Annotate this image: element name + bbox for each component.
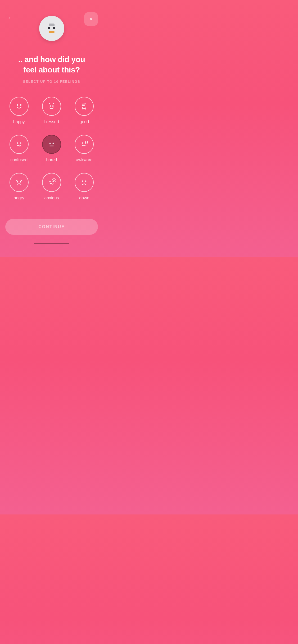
svg-point-7 bbox=[52, 143, 54, 144]
svg-point-14 bbox=[49, 181, 51, 182]
feeling-icon-anxious bbox=[42, 173, 61, 192]
feeling-item-bored[interactable]: bored bbox=[35, 130, 68, 168]
svg-point-3 bbox=[52, 105, 53, 107]
svg-point-13 bbox=[20, 181, 21, 183]
svg-point-6 bbox=[49, 143, 51, 144]
feeling-label-confused: confused bbox=[10, 158, 28, 162]
feeling-icon-confused bbox=[10, 135, 29, 154]
feeling-item-angry[interactable]: angry bbox=[3, 168, 35, 206]
svg-point-9 bbox=[82, 142, 83, 144]
feeling-icon-down bbox=[75, 173, 94, 192]
svg-point-12 bbox=[17, 181, 18, 183]
svg-point-4 bbox=[17, 142, 18, 144]
feeling-label-blessed: blessed bbox=[44, 119, 59, 124]
feeling-item-blessed[interactable]: blessed bbox=[35, 91, 68, 130]
feeling-label-down: down bbox=[79, 196, 89, 200]
feeling-item-anxious[interactable]: anxious bbox=[35, 168, 68, 206]
robot-eye-left bbox=[48, 27, 50, 29]
feeling-item-happy[interactable]: happy bbox=[3, 91, 35, 130]
feeling-icon-awkward bbox=[75, 135, 94, 154]
avatar bbox=[39, 16, 64, 41]
robot-eye-right bbox=[53, 27, 55, 29]
feeling-label-bored: bored bbox=[46, 158, 57, 162]
subtitle-text: SELECT UP TO 10 FEELINGS bbox=[11, 80, 93, 84]
robot-mouth bbox=[49, 31, 55, 33]
continue-section: CONTINUE bbox=[0, 214, 103, 237]
title-section: .. and how did you feel about this? SELE… bbox=[0, 46, 103, 84]
feeling-label-good: good bbox=[80, 119, 89, 124]
feeling-icon-good bbox=[75, 97, 94, 116]
continue-button[interactable]: CONTINUE bbox=[5, 219, 98, 235]
robot-eyes bbox=[48, 27, 55, 29]
robot-top bbox=[49, 24, 55, 26]
svg-point-1 bbox=[20, 104, 21, 106]
feeling-label-anxious: anxious bbox=[44, 196, 59, 200]
back-button[interactable]: ← bbox=[7, 15, 13, 21]
feeling-item-good[interactable]: good bbox=[68, 91, 101, 130]
feeling-icon-blessed bbox=[42, 97, 61, 116]
svg-point-5 bbox=[20, 142, 21, 144]
feeling-label-happy: happy bbox=[13, 119, 25, 124]
avatar-inner bbox=[48, 24, 55, 33]
avatar-container bbox=[39, 16, 64, 41]
feeling-icon-bored bbox=[42, 135, 61, 154]
home-indicator bbox=[34, 243, 69, 244]
feeling-icon-angry bbox=[10, 173, 29, 192]
header: ← × bbox=[0, 0, 103, 46]
svg-point-0 bbox=[17, 104, 18, 106]
feeling-item-confused[interactable]: confused bbox=[3, 130, 35, 168]
robot-face bbox=[48, 27, 55, 33]
page-title: .. and how did you feel about this? bbox=[11, 54, 93, 75]
feeling-label-awkward: awkward bbox=[76, 158, 93, 162]
close-button[interactable]: × bbox=[84, 12, 98, 26]
feelings-grid: happy blessed good confused bored awkwar bbox=[0, 84, 103, 208]
feeling-label-angry: angry bbox=[14, 196, 24, 200]
svg-point-17 bbox=[82, 181, 83, 182]
svg-point-2 bbox=[49, 105, 51, 107]
feeling-icon-happy bbox=[10, 97, 29, 116]
feeling-item-awkward[interactable]: awkward bbox=[68, 130, 101, 168]
svg-point-18 bbox=[85, 181, 87, 182]
feeling-item-down[interactable]: down bbox=[68, 168, 101, 206]
